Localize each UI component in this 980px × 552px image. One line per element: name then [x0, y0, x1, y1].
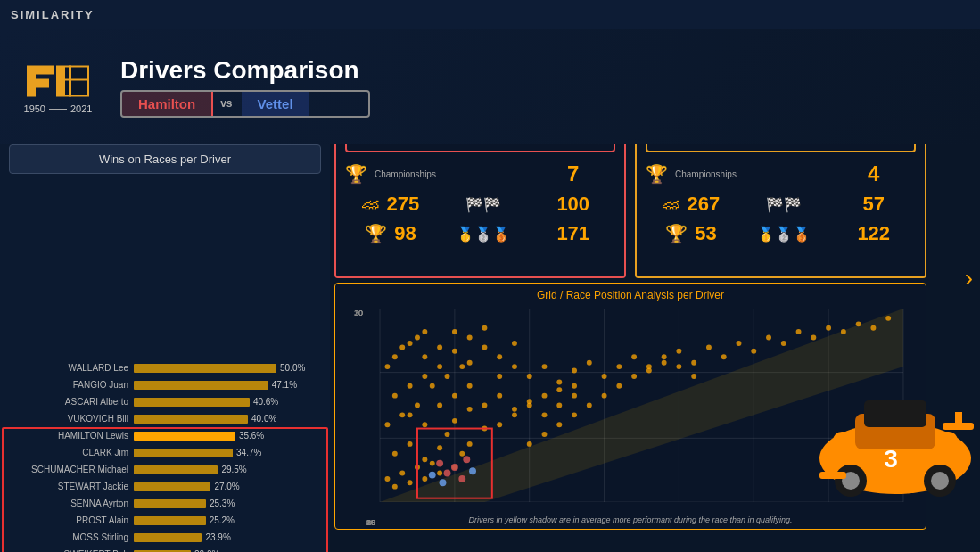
- svg-point-115: [616, 383, 622, 389]
- driver-name: CLARK Jim: [4, 448, 134, 457]
- f1-car-svg: 3: [811, 334, 980, 530]
- hamilton-champ-value: 7: [531, 161, 615, 186]
- wins-percentage: 34.7%: [236, 448, 261, 457]
- driver-name: ASCARI Alberto: [4, 397, 134, 407]
- svg-point-124: [408, 341, 413, 346]
- vettel-trophy-icon: 🏆: [646, 163, 668, 185]
- svg-point-126: [422, 329, 427, 334]
- driver1-label: Hamilton: [120, 90, 213, 118]
- list-item: FANGIO Juan47.1%: [4, 376, 325, 393]
- svg-point-134: [469, 467, 476, 474]
- svg-point-111: [527, 403, 532, 408]
- svg-point-96: [482, 325, 487, 331]
- y-axis: 30 20 10 0: [335, 309, 366, 502]
- svg-point-104: [542, 432, 548, 437]
- svg-point-63: [602, 374, 607, 379]
- wins-percentage: 50.0%: [280, 363, 305, 373]
- svg-point-50: [497, 393, 502, 399]
- svg-point-36: [437, 445, 442, 450]
- svg-point-75: [781, 341, 786, 346]
- svg-point-61: [572, 367, 577, 373]
- svg-point-31: [430, 461, 435, 466]
- wins-percentage: 23.9%: [205, 532, 230, 542]
- vettel-pole-value: 122: [831, 222, 916, 245]
- wins-bar-area: 47.1%: [134, 380, 325, 391]
- svg-point-87: [482, 344, 487, 350]
- wins-bar: [134, 398, 250, 407]
- svg-point-30: [422, 476, 427, 482]
- wins-bar-area: 29.5%: [134, 465, 325, 475]
- app-title: SIMILARITY: [11, 8, 95, 21]
- svg-point-116: [631, 374, 637, 379]
- list-item: SWEIKERT Bob20.0%: [4, 546, 325, 552]
- hamilton-stats-grid: 🏆 Championships 7 🏎 275 🏁🏁: [345, 161, 615, 245]
- svg-point-113: [556, 387, 562, 392]
- driver-name: SENNA Ayrton: [4, 498, 134, 508]
- championships-row: 🏆 Championships: [345, 163, 436, 185]
- svg-point-132: [440, 479, 447, 486]
- wins-bar: [134, 516, 206, 525]
- wins-bar: [134, 499, 206, 508]
- svg-point-67: [662, 360, 667, 366]
- svg-point-97: [384, 422, 390, 427]
- svg-point-106: [572, 412, 577, 417]
- svg-point-68: [676, 349, 681, 354]
- f1-car-area: 3: [811, 334, 980, 530]
- svg-point-35: [422, 457, 427, 462]
- svg-point-71: [721, 354, 727, 359]
- svg-point-108: [602, 393, 607, 399]
- vettel-wins-value: 57: [831, 193, 916, 216]
- svg-rect-2: [56, 66, 63, 97]
- wins-bar-area: 25.3%: [134, 498, 325, 509]
- nav-arrow[interactable]: ›: [965, 264, 973, 292]
- svg-rect-147: [955, 412, 962, 430]
- svg-point-45: [467, 407, 473, 412]
- wins-bar-area: 40.0%: [134, 414, 325, 424]
- vs-label: vs: [211, 93, 241, 114]
- vettel-pole-icon: 🥇🥈🥉: [742, 226, 827, 243]
- svg-point-44: [452, 418, 457, 424]
- svg-point-121: [384, 364, 390, 369]
- svg-point-128: [451, 464, 458, 471]
- podiums-row: 🏆 98: [345, 222, 436, 245]
- svg-point-25: [384, 476, 390, 482]
- f1-header: 1950 2021 Drivers Comparison Hamilton vs…: [0, 29, 980, 144]
- svg-point-82: [885, 316, 891, 321]
- wins-percentage: 40.6%: [253, 397, 278, 407]
- svg-point-95: [467, 335, 473, 341]
- wins-bar-area: 40.6%: [134, 397, 325, 408]
- vs-bar: Hamilton vs Vettel: [120, 90, 370, 118]
- svg-point-117: [646, 364, 652, 369]
- wins-bar: [134, 533, 202, 542]
- svg-point-47: [452, 393, 457, 399]
- driver-name: VUKOVICH Bill: [4, 414, 134, 424]
- page-title: Drivers Comparison: [120, 56, 967, 85]
- vettel-podiums-row: 🏆 53: [646, 222, 737, 245]
- svg-point-99: [415, 403, 420, 408]
- svg-point-48: [467, 383, 473, 389]
- svg-point-55: [572, 393, 577, 399]
- svg-point-143: [931, 472, 949, 490]
- svg-point-84: [437, 364, 442, 369]
- svg-point-60: [556, 380, 562, 385]
- driver-name: SCHUMACHER Michael: [4, 465, 134, 474]
- wins-bar: [134, 432, 235, 441]
- svg-point-51: [512, 407, 517, 412]
- list-item: HAMILTON Lewis35.6%: [4, 427, 325, 444]
- scatter-title: Grid / Race Position Analysis per Driver: [335, 284, 926, 305]
- wins-header: Wins on Races per Driver: [9, 144, 321, 174]
- svg-point-100: [430, 383, 435, 389]
- svg-point-109: [497, 422, 502, 427]
- f1-logo-icon: [22, 59, 94, 103]
- wins-bar: [134, 465, 218, 474]
- wins-bar-area: 20.0%: [134, 549, 325, 553]
- svg-point-90: [392, 393, 398, 399]
- svg-point-32: [437, 470, 442, 475]
- svg-point-53: [542, 412, 548, 417]
- svg-point-103: [527, 441, 532, 447]
- wins-bar-area: 50.0%: [134, 363, 325, 374]
- svg-point-88: [497, 354, 502, 359]
- svg-point-105: [556, 422, 562, 427]
- svg-point-76: [796, 329, 802, 334]
- wins-bar-area: 34.7%: [134, 448, 325, 458]
